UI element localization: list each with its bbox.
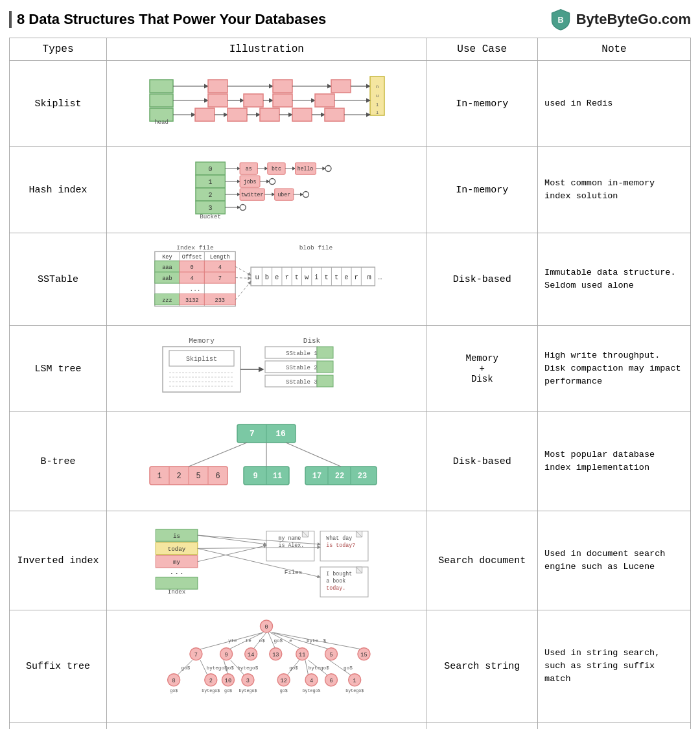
- svg-text:go$: go$: [280, 688, 288, 693]
- svg-text:$: $: [323, 638, 327, 643]
- svg-text:2: 2: [177, 472, 181, 481]
- use-invertedindex: Search document: [426, 511, 538, 610]
- svg-text:e: e: [345, 273, 349, 281]
- svg-text:btc: btc: [272, 166, 281, 172]
- svg-text:4: 4: [310, 678, 313, 684]
- svg-text:bytego$: bytego$: [207, 665, 228, 671]
- svg-text:Offset: Offset: [182, 254, 202, 260]
- svg-rect-140: [317, 347, 333, 358]
- svg-text:5: 5: [330, 652, 333, 658]
- svg-text:as: as: [246, 166, 252, 172]
- svg-text:aab: aab: [163, 275, 172, 282]
- svg-text:14: 14: [248, 652, 254, 658]
- svg-text:11: 11: [299, 652, 305, 658]
- note-invertedindex: Used in document search engine such as L…: [538, 511, 691, 610]
- svg-point-61: [270, 179, 275, 185]
- svg-text:0: 0: [209, 166, 213, 173]
- svg-text:go$: go$: [181, 665, 191, 671]
- svg-text:u: u: [255, 273, 259, 281]
- svg-text:SStable 2: SStable 2: [286, 365, 318, 371]
- logo-area: B ByteByteGo.com: [549, 8, 691, 31]
- type-invertedindex: Inverted index: [10, 511, 107, 610]
- inverted-diagram: is today my ... Index my name is Alex.: [143, 520, 390, 598]
- svg-text:12: 12: [281, 678, 287, 684]
- illus-hashindex: 0 1 2 3 Bucket as btc: [107, 147, 426, 233]
- illus-sstable: Index file Key Offset Length aaa 0: [107, 233, 426, 326]
- use-btree: Disk-based: [426, 412, 538, 511]
- svg-text:bytego$: bytego$: [239, 688, 257, 693]
- svg-text:is today?: is today?: [327, 542, 356, 548]
- type-skiplist: Skiplist: [10, 61, 107, 147]
- note-suffixtree: Used in string search, such as string su…: [538, 610, 691, 723]
- svg-rect-27: [195, 108, 215, 121]
- svg-text:bytego$: bytego$: [346, 688, 364, 693]
- svg-point-69: [303, 192, 309, 198]
- illus-lsmtree: Memory Skiplist Disk: [107, 326, 426, 412]
- svg-rect-143: [317, 361, 333, 373]
- svg-text:SStable 1: SStable 1: [286, 351, 318, 357]
- svg-text:7: 7: [194, 652, 198, 658]
- svg-rect-10: [331, 80, 351, 93]
- svg-text:9: 9: [225, 652, 228, 658]
- svg-text:head: head: [154, 119, 169, 126]
- use-sstable: Disk-based: [426, 233, 538, 326]
- svg-rect-33: [292, 108, 312, 121]
- type-suffixtree: Suffix tree: [10, 610, 107, 723]
- svg-rect-24: [315, 94, 334, 107]
- table-row: SSTable Index file Key Offset Length: [10, 233, 691, 326]
- svg-text:o$: o$: [259, 638, 266, 643]
- svg-line-169: [189, 443, 247, 467]
- type-sstable: SSTable: [10, 233, 107, 326]
- svg-line-125: [235, 266, 251, 275]
- note-rtree: Such as the nearest neighbor: [538, 723, 691, 730]
- note-sstable: Immutable data structure. Seldom used al…: [538, 233, 691, 326]
- svg-text:twitter: twitter: [241, 192, 263, 198]
- page-header: 8 Data Structures That Power Your Databa…: [9, 8, 691, 31]
- illus-skiplist: head n u l l: [107, 61, 426, 147]
- svg-text:t: t: [325, 273, 329, 281]
- svg-text:b: b: [265, 273, 269, 281]
- main-table: Types Illustration Use Case Note Skiplis…: [9, 38, 691, 729]
- svg-point-71: [240, 205, 246, 211]
- svg-text:0: 0: [265, 624, 268, 631]
- use-lsmtree: Memory+Disk: [426, 326, 538, 412]
- svg-text:233: 233: [215, 297, 225, 304]
- table-row: Inverted index is today my ... Index: [10, 511, 691, 610]
- svg-text:2: 2: [209, 192, 213, 199]
- svg-text:t: t: [334, 273, 338, 281]
- use-hashindex: In-memory: [426, 147, 538, 233]
- table-row: B-tree 7 16 1 2: [10, 412, 691, 511]
- svg-text:11: 11: [273, 472, 282, 481]
- svg-text:a book: a book: [327, 578, 346, 584]
- svg-rect-22: [273, 94, 292, 107]
- svg-text:Bucket: Bucket: [200, 213, 222, 220]
- svg-rect-20: [244, 94, 263, 107]
- logo-text: ByteByteGo.com: [576, 11, 691, 28]
- logo-icon: B: [549, 8, 572, 31]
- note-lsmtree: High write throughput. Disk compaction m…: [538, 326, 691, 412]
- svg-text:8: 8: [172, 678, 176, 684]
- svg-text:r: r: [355, 273, 358, 281]
- svg-text:uber: uber: [278, 192, 291, 198]
- svg-text:Memory: Memory: [189, 337, 215, 345]
- svg-text:SStable 3: SStable 3: [286, 379, 318, 386]
- table-header-row: Types Illustration Use Case Note: [10, 38, 691, 61]
- svg-rect-2: [150, 94, 173, 107]
- svg-text:r: r: [285, 273, 289, 281]
- svg-rect-179: [156, 577, 198, 589]
- svg-text:5: 5: [196, 472, 201, 481]
- illus-suffixtree: 0 yte 7 te 9 o$: [107, 610, 426, 723]
- svg-text:Disk: Disk: [303, 337, 321, 345]
- svg-line-126: [235, 278, 251, 279]
- svg-text:Length: Length: [210, 254, 230, 260]
- svg-text:n: n: [376, 84, 379, 89]
- hash-diagram: 0 1 2 3 Bucket as btc: [163, 156, 370, 221]
- svg-text:13: 13: [272, 652, 279, 658]
- svg-point-56: [325, 166, 331, 172]
- svg-text:e: e: [290, 638, 293, 643]
- page-wrapper: 8 Data Structures That Power Your Databa…: [0, 0, 700, 729]
- svg-text:16: 16: [275, 429, 286, 439]
- svg-text:today: today: [168, 546, 186, 553]
- type-hashindex: Hash index: [10, 147, 107, 233]
- svg-text:3: 3: [209, 205, 213, 212]
